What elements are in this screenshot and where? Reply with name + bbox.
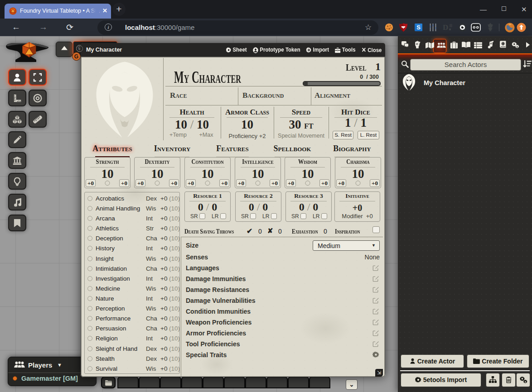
svg-text:S: S	[416, 24, 421, 31]
svg-text:D: D	[443, 23, 448, 32]
